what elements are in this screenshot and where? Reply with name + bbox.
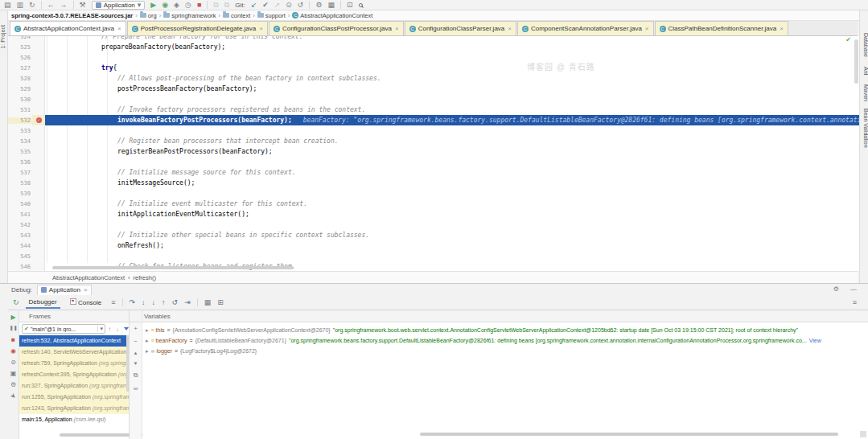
line-number[interactable]: 542 xyxy=(8,222,32,228)
sidebar-item-project[interactable]: 1: Project xyxy=(0,25,8,49)
code-line[interactable]: 538initMessageSource(); xyxy=(8,178,859,188)
code-line[interactable]: 535registerBeanPostProcessors(beanFactor… xyxy=(8,146,859,157)
line-number[interactable]: 535 xyxy=(8,149,32,155)
debug-session-tab[interactable]: Application × xyxy=(37,285,92,295)
git-rollback-icon[interactable]: ↺ xyxy=(298,1,304,10)
line-number[interactable]: 533 xyxy=(8,128,32,134)
code-editor[interactable]: 博客园 @ 青石路 ✔ 524// Prepare the bean facto… xyxy=(8,36,859,271)
frame-down-icon[interactable]: ↓ xyxy=(116,326,119,333)
breadcrumb-method[interactable]: refresh() xyxy=(134,274,156,281)
expand-icon[interactable]: ▸ xyxy=(146,338,149,344)
rerun-icon[interactable]: ↻ xyxy=(13,298,19,306)
code-line[interactable]: 530 xyxy=(8,94,859,105)
code-line[interactable]: 536 xyxy=(8,157,859,167)
profiler-button[interactable]: ◷ xyxy=(185,1,191,10)
breadcrumb-jar[interactable]: spring-context-5.0.7.RELEASE-sources.jar xyxy=(11,12,133,19)
breadcrumb-item-org[interactable]: org xyxy=(140,12,157,19)
line-number[interactable]: 527 xyxy=(8,65,32,72)
frame-row[interactable]: run:1243, SpringApplication (org.springf… xyxy=(19,403,129,414)
force-step-into-icon[interactable]: ↓ xyxy=(152,298,156,306)
code-line[interactable]: 537// Initialize message source for this… xyxy=(8,167,859,178)
debug-settings-gear-icon[interactable]: ⚙ xyxy=(833,285,839,293)
back-icon[interactable]: ← xyxy=(47,1,55,10)
tab-console[interactable]: Console xyxy=(67,297,105,308)
frame-row[interactable]: refresh:532, AbstractApplicationContext xyxy=(19,335,129,347)
code-line-execution[interactable]: 532✓invokeBeanFactoryPostProcessors(bean… xyxy=(8,115,859,125)
code-line[interactable]: 534// Register bean processors that inte… xyxy=(8,136,859,146)
forward-icon[interactable]: → xyxy=(60,1,68,10)
tab-configurationclasspostprocessor[interactable]: ConfigurationClassPostProcessor.java × xyxy=(269,21,404,35)
close-icon[interactable]: × xyxy=(117,25,121,32)
line-number[interactable]: 526 xyxy=(8,55,32,61)
git-history-icon[interactable]: ⊙ xyxy=(286,1,292,10)
coverage-button[interactable]: ◈ xyxy=(174,1,179,10)
frame-row[interactable]: main:15, Application (com.lee.qsl) xyxy=(19,414,129,425)
pin-icon[interactable]: ➤ xyxy=(9,392,18,400)
evaluate-expression-icon[interactable]: ▦ xyxy=(204,298,212,306)
run-to-cursor-icon[interactable]: ⇥ xyxy=(184,298,191,306)
frame-row[interactable]: refreshContext:395, SpringApplication (o… xyxy=(19,369,129,380)
line-number[interactable]: 530 xyxy=(8,96,32,103)
code-line[interactable]: 543// Initialize other special beans in … xyxy=(8,230,859,240)
project-structure-icon[interactable]: ▦ xyxy=(327,1,335,10)
line-number[interactable]: 531 xyxy=(8,107,32,113)
thread-dump-camera-icon[interactable]: ▣ xyxy=(10,370,17,377)
tab-abstractapplicationcontext[interactable]: AbstractApplicationContext.java × xyxy=(10,21,126,35)
line-number[interactable]: 540 xyxy=(8,201,32,207)
variable-row-beanfactory[interactable]: ▸ ≡ beanFactory = {DefaultListableBeanFa… xyxy=(146,335,868,346)
add-watch-icon[interactable]: + xyxy=(134,325,138,332)
resume-icon[interactable]: ▶ xyxy=(10,314,15,321)
sync-icon[interactable]: ↻ xyxy=(29,1,35,10)
close-icon[interactable]: × xyxy=(395,25,399,32)
step-into-icon[interactable]: ↓ xyxy=(142,298,146,306)
drop-frame-icon[interactable]: ↺ xyxy=(172,298,179,306)
sidebar-item-ant[interactable]: Ant xyxy=(861,67,868,76)
variable-row-logger[interactable]: ▸ ∞ logger = {LogFactory$Log4jLog@2672} xyxy=(146,346,868,356)
frame-row[interactable]: run:327, SpringApplication (org.springfr… xyxy=(19,380,129,392)
menu-icon[interactable]: ≡ xyxy=(111,298,115,306)
settings-gear-icon[interactable]: ⚙ xyxy=(10,381,16,388)
line-number[interactable]: 534 xyxy=(8,138,32,145)
line-number[interactable]: 538 xyxy=(8,180,32,187)
expand-icon[interactable]: ▸ xyxy=(146,348,149,355)
stop-icon[interactable]: ■ xyxy=(11,336,15,343)
code-line[interactable]: 531// Invoke factory processors register… xyxy=(8,105,859,115)
sidebar-item-database[interactable]: Database xyxy=(861,33,868,57)
run-button[interactable]: ▶ xyxy=(150,1,156,10)
code-line[interactable]: 539 xyxy=(8,188,859,199)
tab-componentscanannotationparser[interactable]: ComponentScanAnnotationParser.java × xyxy=(517,21,654,35)
evaluate-watch-icon[interactable]: ∞ xyxy=(134,385,138,392)
search-icon[interactable] xyxy=(359,3,363,7)
code-line[interactable]: 529postProcessBeanFactory(beanFactory); xyxy=(8,84,859,94)
attach-icon[interactable]: ⧉ xyxy=(213,1,218,10)
git-commit-icon[interactable]: ✔ xyxy=(262,1,269,10)
line-number[interactable]: 524 xyxy=(8,36,32,40)
line-number[interactable]: 544 xyxy=(8,243,32,249)
view-link[interactable]: View xyxy=(809,338,821,343)
breadcrumb-item-context[interactable]: context xyxy=(223,12,250,19)
code-line[interactable]: 525prepareBeanFactory(beanFactory); xyxy=(8,42,859,52)
variable-row-this[interactable]: ▸ ≡ this = {AnnotationConfigServletWebSe… xyxy=(146,325,868,335)
git-update-icon[interactable]: ↙ xyxy=(251,1,257,10)
close-icon[interactable]: × xyxy=(508,25,512,32)
variables-horizontal-scrollbar[interactable] xyxy=(420,433,838,436)
remove-watch-icon[interactable]: − xyxy=(134,338,138,345)
breadcrumb-item-support[interactable]: support xyxy=(257,12,286,19)
line-number[interactable]: 543 xyxy=(8,232,32,239)
frame-up-icon[interactable]: ↑ xyxy=(108,326,111,333)
code-line[interactable]: 526 xyxy=(8,52,859,63)
close-icon[interactable]: × xyxy=(84,286,88,293)
frame-row[interactable]: run:1255, SpringApplication (org.springf… xyxy=(19,392,129,403)
code-line[interactable]: 524// Prepare the bean factory for use i… xyxy=(8,36,859,42)
frame-row[interactable]: refresh:759, SpringApplication (org.spri… xyxy=(19,358,129,369)
mute-breakpoints-icon[interactable]: ⊘ xyxy=(10,359,16,366)
expand-icon[interactable]: ▸ xyxy=(146,327,149,334)
frames-scrollbar[interactable] xyxy=(126,335,129,392)
frame-row[interactable]: refresh:140, ServletWebServerApplication… xyxy=(19,347,129,358)
code-line[interactable]: 533 xyxy=(8,125,859,136)
code-line[interactable]: 528// Allows post-processing of the bean… xyxy=(8,73,859,84)
line-number[interactable]: 537 xyxy=(8,170,32,176)
run-config-select[interactable]: Application ▾ xyxy=(92,1,146,10)
move-up-icon[interactable]: ▲ xyxy=(134,351,138,355)
editor-vertical-scrollbar[interactable] xyxy=(854,39,858,84)
